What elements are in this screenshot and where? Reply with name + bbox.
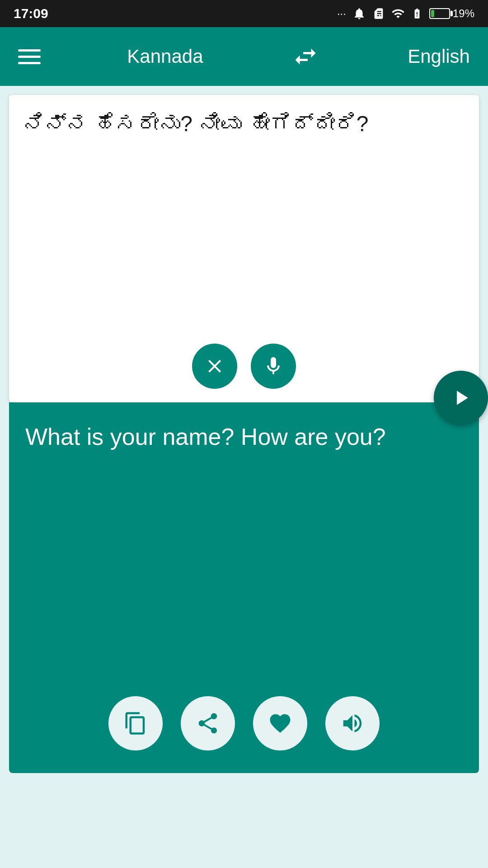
translate-button[interactable]: [434, 371, 488, 425]
volume-icon: [340, 711, 365, 736]
speak-button[interactable]: [325, 696, 380, 750]
battery-percentage: 19%: [453, 7, 474, 20]
input-text[interactable]: ನಿನ್ನ ಹೆಸರೇನು? ನೀವು ಹೇಗಿದ್ದೀರಿ?: [23, 108, 465, 139]
hamburger-menu-button[interactable]: [18, 49, 41, 64]
send-icon: [449, 386, 473, 410]
share-icon: [196, 711, 220, 736]
status-icons: ··· 19%: [337, 7, 474, 20]
signal-icon: [391, 7, 405, 20]
clear-button[interactable]: [192, 344, 237, 389]
battery-icon: [429, 8, 450, 19]
copy-button[interactable]: [108, 696, 163, 750]
target-language-label[interactable]: English: [408, 46, 470, 67]
swap-languages-button[interactable]: [290, 41, 321, 72]
output-actions: [33, 696, 455, 750]
battery-container: 19%: [429, 7, 474, 20]
sim-icon: [372, 7, 385, 20]
battery-fill: [431, 10, 434, 17]
status-bar: 17:09 ··· 19%: [0, 0, 488, 27]
alarm-icon: [352, 7, 366, 20]
toolbar: Kannada English: [0, 27, 488, 86]
input-actions: [192, 344, 296, 389]
share-button[interactable]: [181, 696, 235, 750]
input-section: ನಿನ್ನ ಹೆಸರೇನು? ನೀವು ಹೇಗಿದ್ದೀರಿ?: [9, 95, 479, 402]
swap-icon: [292, 43, 319, 70]
heart-icon: [268, 711, 292, 736]
microphone-icon: [263, 355, 284, 377]
status-time: 17:09: [14, 6, 48, 21]
output-section: What is your name? How are you?: [9, 402, 479, 773]
microphone-button[interactable]: [251, 344, 296, 389]
close-icon: [204, 355, 225, 377]
charging-icon: [411, 8, 423, 19]
copy-icon: [123, 711, 148, 736]
output-text: What is your name? How are you?: [25, 420, 463, 453]
source-language-label[interactable]: Kannada: [127, 46, 203, 67]
favorite-button[interactable]: [253, 696, 307, 750]
dots-icon: ···: [337, 7, 346, 20]
